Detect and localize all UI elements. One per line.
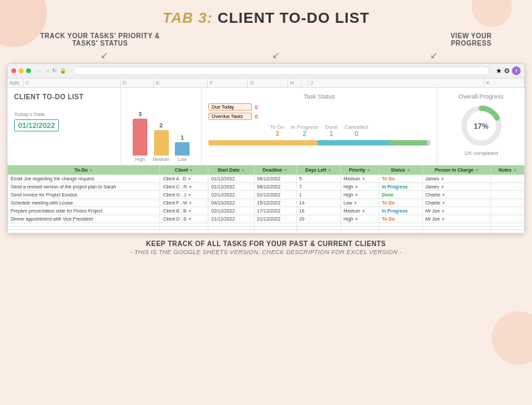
footer-sub: - THIS IS THE GOOGLE SHEETS VERSION, CHE… bbox=[0, 249, 532, 258]
dropdown-icon[interactable]: ▼ bbox=[188, 201, 192, 205]
table-cell-3 bbox=[254, 230, 296, 233]
dropdown-arrow[interactable]: ▼ bbox=[407, 168, 411, 172]
table-cell-8 bbox=[491, 215, 525, 223]
col-header-i bbox=[302, 78, 308, 87]
dropdown-arrow[interactable]: ▼ bbox=[89, 168, 93, 172]
dropdown-arrow[interactable]: ▼ bbox=[328, 168, 332, 172]
pb-todo bbox=[208, 140, 318, 146]
bar-label: High bbox=[135, 157, 145, 162]
bar-item: 1 Low bbox=[175, 134, 190, 162]
table-cell-1: Client C . R ▼ bbox=[160, 183, 208, 191]
dropdown-arrow[interactable]: ▼ bbox=[283, 168, 287, 172]
table-cell-4: 1 bbox=[296, 191, 340, 199]
col-header-j: J bbox=[308, 78, 484, 87]
bar-rect bbox=[154, 130, 169, 156]
donut-chart: 17% bbox=[460, 104, 503, 148]
table-cell-2: 21/12/2022 bbox=[208, 215, 254, 223]
table-row: Email Joe regarding the change request.C… bbox=[8, 175, 525, 183]
table-cell-7: James ▼ bbox=[422, 183, 490, 191]
table-header: To-Do ▼ bbox=[8, 166, 160, 175]
status-cell: Done bbox=[382, 192, 394, 197]
table-row: Dinner appointment with Vice PresidentCl… bbox=[8, 215, 525, 223]
table-cell-2: 04/12/2022 bbox=[208, 199, 254, 207]
table-cell-8 bbox=[491, 207, 525, 215]
bar-item: 3 High bbox=[133, 111, 147, 162]
browser-mockup: ← → ↻ 🔒 ★ ⚙ ! A|B| C D E F G H J K bbox=[7, 63, 525, 234]
table-cell-3: 15/12/2022 bbox=[254, 199, 296, 207]
table-cell-6: In Progress bbox=[379, 207, 422, 215]
table-row: Schedule meeting with LouiseClient F . M… bbox=[8, 199, 525, 207]
task-status-panel: Task Status Due Today 0 Overdue Tasks 0 … bbox=[202, 88, 438, 165]
table-cell-2: 01/12/2022 bbox=[208, 175, 254, 183]
dropdown-icon[interactable]: ▼ bbox=[354, 217, 358, 221]
table-cell-6: Done bbox=[379, 191, 422, 199]
table-cell-4: 5 bbox=[296, 175, 340, 183]
dropdown-icon[interactable]: ▼ bbox=[188, 217, 192, 221]
dropdown-icon[interactable]: ▼ bbox=[354, 185, 358, 189]
browser-url-bar[interactable] bbox=[73, 66, 489, 75]
dropdown-icon[interactable]: ▼ bbox=[440, 177, 444, 181]
sheet-content: A|B| C D E F G H J K CLIENT TO-DO LIST T… bbox=[7, 78, 525, 233]
pb-cancelled bbox=[427, 140, 430, 146]
dropdown-arrow[interactable]: ▼ bbox=[475, 168, 479, 172]
col-header-e: E bbox=[154, 78, 208, 87]
subtitle-left: TRACK YOUR TASKS' PRIORITY &TASKS' STATU… bbox=[40, 32, 160, 47]
table-cell-7: James ▼ bbox=[422, 175, 490, 183]
table-cell-3: 17/12/2022 bbox=[254, 207, 296, 215]
table-cell-5: Medium ▼ bbox=[340, 175, 379, 183]
arrow-middle: ↙ bbox=[272, 50, 280, 62]
dropdown-icon[interactable]: ▼ bbox=[188, 185, 192, 189]
dropdown-icon[interactable]: ▼ bbox=[188, 193, 192, 197]
table-cell-4: 16 bbox=[296, 207, 340, 215]
table-cell-6: To Do bbox=[379, 199, 422, 207]
client-title: CLIENT TO-DO LIST bbox=[14, 93, 114, 101]
table-cell-1 bbox=[160, 230, 208, 233]
dropdown-icon[interactable]: ▼ bbox=[442, 201, 446, 205]
dropdown-icon[interactable]: ▼ bbox=[188, 209, 192, 213]
table-cell-5: Low ▼ bbox=[340, 199, 379, 207]
progress-bar bbox=[208, 140, 430, 146]
table-cell-3: 02/12/2022 bbox=[254, 191, 296, 199]
table-cell-5: High ▼ bbox=[340, 183, 379, 191]
dropdown-icon[interactable]: ▼ bbox=[362, 177, 366, 181]
table-cell-0: Dinner appointment with Vice President bbox=[8, 215, 160, 223]
table-cell-3: 21/12/2022 bbox=[254, 215, 296, 223]
page-title-main: CLIENT TO-DO LIST bbox=[218, 9, 370, 26]
dropdown-icon[interactable]: ▼ bbox=[362, 209, 366, 213]
status-value: 0 bbox=[255, 113, 258, 120]
table-cell-5: High ▼ bbox=[340, 215, 379, 223]
bar-label: Low bbox=[178, 157, 187, 162]
bar-label: Medium bbox=[153, 157, 170, 162]
status-row: Overdue Tasks 0 bbox=[208, 113, 430, 120]
page-header: TAB 3: CLIENT TO-DO LIST bbox=[0, 0, 532, 30]
deco-circle-bottom-right bbox=[492, 311, 532, 365]
dropdown-icon[interactable]: ▼ bbox=[188, 177, 192, 181]
pb-done bbox=[390, 140, 426, 146]
col-header-k: K bbox=[484, 78, 525, 87]
status-row: Due Today 0 bbox=[208, 103, 430, 111]
data-table: To-Do ▼Client ▼Start Date ▼Deadline ▼Day… bbox=[7, 165, 525, 233]
status-label: Due Today bbox=[208, 103, 252, 111]
dropdown-arrow[interactable]: ▼ bbox=[513, 168, 517, 172]
dropdown-icon[interactable]: ▼ bbox=[442, 193, 446, 197]
dropdown-icon[interactable]: ▼ bbox=[441, 217, 445, 221]
dropdown-icon[interactable]: ▼ bbox=[354, 201, 358, 205]
dropdown-icon[interactable]: ▼ bbox=[441, 209, 445, 213]
browser-icons: ★ ⚙ ! bbox=[496, 66, 521, 75]
bar-rect bbox=[175, 142, 190, 156]
date-value: 01/12/2022 bbox=[14, 119, 59, 131]
status-cell: To Do bbox=[382, 176, 395, 181]
table-cell-1: Client A . D ▼ bbox=[160, 175, 208, 183]
table-cell-7: Mr Joe ▼ bbox=[422, 207, 490, 215]
dropdown-icon[interactable]: ▼ bbox=[354, 193, 358, 197]
status-value: 0 bbox=[255, 104, 258, 111]
status-cell: To Do bbox=[382, 217, 395, 221]
dropdown-arrow[interactable]: ▼ bbox=[189, 168, 193, 172]
col-header-d: D bbox=[121, 78, 154, 87]
dropdown-arrow[interactable]: ▼ bbox=[241, 168, 245, 172]
arrow-right: ↙ bbox=[430, 50, 438, 62]
progress-label: Done bbox=[325, 124, 338, 130]
dropdown-arrow[interactable]: ▼ bbox=[367, 168, 371, 172]
dropdown-icon[interactable]: ▼ bbox=[440, 185, 444, 189]
table-cell-1: Client G . J ▼ bbox=[160, 191, 208, 199]
